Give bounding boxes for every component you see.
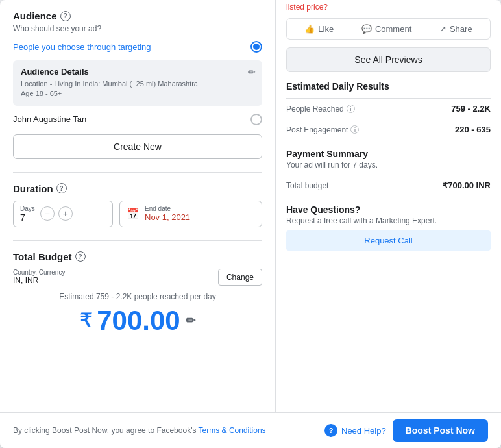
audience-section: Audience ? Who should see your ad? Peopl… [13, 10, 262, 159]
audience-help-icon[interactable]: ? [60, 11, 71, 21]
end-date-value: Nov 1, 2021 [145, 212, 190, 222]
country-currency-info: Country, Currency IN, INR [13, 269, 65, 285]
see-all-previews-button[interactable]: See All Previews [286, 47, 491, 72]
budget-title-text: Total Budget [13, 251, 72, 262]
end-date-group[interactable]: 📅 End date Nov 1, 2021 [119, 201, 262, 227]
create-new-button[interactable]: Create New [13, 134, 262, 159]
have-questions-subtitle: Request a free call with a Marketing Exp… [286, 216, 491, 225]
john-radio[interactable] [250, 114, 262, 125]
like-label: Like [318, 24, 334, 34]
decrement-button[interactable]: − [40, 206, 55, 221]
post-engagement-label-group: Post Engagement i [286, 125, 359, 134]
people-reached-label: People Reached [286, 105, 344, 114]
john-name: John Augustine Tan [13, 114, 86, 124]
days-input-group: Days 7 − + [13, 201, 113, 227]
people-reached-value: 759 - 2.2K [451, 104, 491, 114]
budget-help-icon[interactable]: ? [75, 251, 86, 262]
total-budget-section: Total Budget ? Country, Currency IN, INR… [13, 251, 262, 336]
people-reached-label-group: People Reached i [286, 105, 355, 114]
right-panel: listed price? 👍 Like 💬 Comment ↗ Share S… [276, 0, 501, 412]
country-currency-value: IN, INR [13, 276, 65, 285]
calendar-icon: 📅 [127, 208, 140, 220]
post-engagement-info-icon[interactable]: i [350, 125, 359, 134]
targeting-option: People you choose through targeting [13, 41, 262, 53]
main-container: Audience ? Who should see your ad? Peopl… [0, 0, 501, 448]
comment-button[interactable]: 💬 Comment [361, 24, 411, 34]
duration-title: Duration ? [13, 183, 262, 194]
total-budget-label: Total budget [286, 181, 328, 190]
duration-section: Duration ? Days 7 − + [13, 183, 262, 227]
have-questions-title: Have Questions? [286, 205, 491, 215]
targeting-label: People you choose through targeting [13, 42, 151, 52]
divider-2 [13, 240, 262, 241]
listed-price: listed price? [286, 3, 328, 12]
rupee-symbol: ₹ [80, 310, 92, 331]
budget-amount: ₹ 700.00 ✏ [13, 305, 262, 336]
terms-conditions-link[interactable]: Terms & Conditions [199, 426, 266, 435]
estimated-reach-text: Estimated 759 - 2.2K people reached per … [13, 292, 262, 301]
like-button[interactable]: 👍 Like [304, 24, 334, 34]
duration-title-text: Duration [13, 183, 53, 194]
listed-price-text: listed price? [286, 0, 491, 18]
payment-summary-title: Payment Summary [286, 149, 491, 159]
comment-label: Comment [375, 24, 411, 34]
post-engagement-row: Post Engagement i 220 - 635 [286, 119, 491, 140]
divider-1 [13, 172, 262, 173]
edit-audience-icon[interactable]: ✏ [248, 67, 256, 77]
duration-help-icon[interactable]: ? [56, 183, 67, 193]
audience-title-text: Audience [13, 10, 57, 21]
days-value: 7 [20, 212, 25, 223]
total-budget-row: Total budget ₹700.00 INR [286, 175, 491, 195]
country-currency-row: Country, Currency IN, INR Change [13, 269, 262, 286]
footer-right: ? Need Help? Boost Post Now [324, 419, 488, 442]
main-content: Audience ? Who should see your ad? Peopl… [0, 0, 501, 412]
people-reached-info-icon[interactable]: i [347, 105, 355, 113]
stepper-buttons: − + [40, 206, 73, 221]
boost-post-button[interactable]: Boost Post Now [393, 419, 488, 442]
john-option: John Augustine Tan [13, 114, 262, 125]
estimated-results-title: Estimated Daily Results [286, 81, 491, 92]
audience-details-age: Age 18 - 65+ [21, 89, 254, 99]
increment-button[interactable]: + [58, 206, 73, 221]
left-panel: Audience ? Who should see your ad? Peopl… [0, 0, 276, 412]
days-label: Days [20, 205, 35, 212]
share-icon: ↗ [439, 24, 446, 34]
social-actions: 👍 Like 💬 Comment ↗ Share [286, 18, 491, 40]
audience-subtitle: Who should see your ad? [13, 24, 262, 33]
budget-value: 700.00 [97, 305, 180, 336]
request-call-button[interactable]: Request Call [286, 230, 491, 251]
post-engagement-label: Post Engagement [286, 125, 348, 134]
audience-details-box: Audience Details Location - Living In In… [13, 60, 262, 106]
end-date-label: End date [145, 205, 190, 212]
need-help-button[interactable]: ? Need Help? [324, 424, 386, 437]
need-help-label: Need Help? [341, 426, 386, 436]
payment-summary-subtitle: Your ad will run for 7 days. [286, 160, 491, 169]
duration-row: Days 7 − + 📅 End date Nov 1, 2021 [13, 201, 262, 227]
end-date-info: End date Nov 1, 2021 [145, 205, 190, 222]
edit-budget-icon[interactable]: ✏ [186, 314, 195, 328]
total-budget-payment-value: ₹700.00 INR [443, 180, 491, 190]
people-reached-row: People Reached i 759 - 2.2K [286, 98, 491, 119]
comment-icon: 💬 [361, 24, 372, 34]
radio-inner [253, 44, 260, 50]
share-button[interactable]: ↗ Share [439, 24, 472, 34]
footer-text-content: By clicking Boost Post Now, you agree to… [13, 426, 196, 435]
footer: By clicking Boost Post Now, you agree to… [0, 412, 501, 448]
footer-text: By clicking Boost Post Now, you agree to… [13, 426, 266, 435]
country-currency-label: Country, Currency [13, 269, 65, 276]
like-icon: 👍 [304, 24, 315, 34]
days-info: Days 7 [20, 205, 35, 223]
audience-title: Audience ? [13, 10, 262, 21]
audience-details-title: Audience Details [21, 67, 254, 77]
budget-title: Total Budget ? [13, 251, 262, 262]
audience-details-location: Location - Living In India: Mumbai (+25 … [21, 79, 254, 89]
change-button[interactable]: Change [218, 269, 262, 286]
need-help-icon: ? [324, 424, 337, 437]
targeting-radio[interactable] [250, 41, 262, 53]
share-label: Share [450, 24, 472, 34]
post-engagement-value: 220 - 635 [455, 125, 491, 134]
